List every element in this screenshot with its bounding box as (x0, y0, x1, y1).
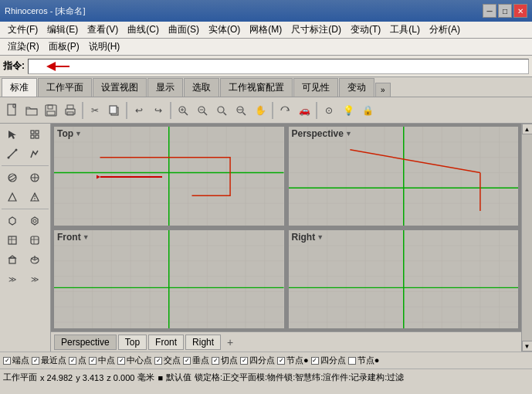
menu-view[interactable]: 查看(V) (83, 22, 123, 38)
snap-perp[interactable]: 垂点 (183, 355, 209, 366)
toolbar-lock[interactable]: 🔒 (358, 101, 377, 120)
menu-surface[interactable]: 曲面(S) (164, 22, 204, 38)
tool-orbit[interactable] (2, 168, 23, 187)
menu-curve[interactable]: 曲线(C) (123, 22, 164, 38)
tab-viewport-config[interactable]: 工作视窗配置 (220, 78, 293, 97)
toolbar-cut[interactable]: ✂ (86, 101, 104, 120)
menu-solid[interactable]: 实体(O) (204, 22, 245, 38)
toolbar-copy[interactable] (105, 101, 124, 120)
viewport-top-dropdown[interactable]: ▼ (75, 130, 82, 138)
snap-near-check[interactable] (32, 357, 39, 365)
toolbar-zoom-in[interactable] (212, 101, 231, 120)
toolbar-zoom-out[interactable] (232, 101, 250, 120)
tool-hex2[interactable] (24, 212, 46, 230)
menu-edit[interactable]: 编辑(E) (42, 22, 83, 38)
snap-quad2[interactable]: 四分点 (311, 355, 346, 366)
tool-select[interactable] (2, 125, 23, 144)
viewport-right-dropdown[interactable]: ▼ (317, 233, 324, 241)
menu-analysis[interactable]: 分析(A) (425, 22, 465, 38)
viewport-perspective[interactable]: Perspective ▼ (287, 125, 520, 227)
tab-standard[interactable]: 标准 (2, 78, 37, 97)
snap-quad2-check[interactable] (311, 357, 319, 365)
snap-knot2[interactable]: 节点● (348, 355, 380, 366)
menu-panel[interactable]: 面板(P) (44, 39, 84, 55)
toolbar-car[interactable]: 🚗 (295, 101, 313, 120)
toolbar-pan[interactable]: ✋ (251, 101, 269, 120)
snap-knot-check[interactable] (277, 357, 285, 365)
toolbar-point[interactable]: ⊙ (320, 101, 338, 120)
tool-solid2[interactable] (24, 250, 46, 269)
tool-select2[interactable] (24, 125, 46, 144)
scroll-up[interactable]: ▲ (522, 124, 533, 134)
tab-more[interactable]: » (375, 83, 391, 97)
menu-dim[interactable]: 尺寸标注(D) (286, 22, 346, 38)
menu-transform[interactable]: 变动(T) (346, 22, 385, 38)
menu-help[interactable]: 说明(H) (84, 39, 125, 55)
viewport-perspective-dropdown[interactable]: ▼ (345, 130, 352, 138)
btab-perspective[interactable]: Perspective (54, 335, 117, 350)
snap-tan[interactable]: 切点 (212, 355, 238, 366)
command-input[interactable] (28, 59, 529, 74)
snap-intersect-check[interactable] (154, 357, 162, 365)
snap-point-check[interactable] (69, 357, 76, 365)
btab-right[interactable]: Right (185, 335, 221, 350)
tool-more2[interactable]: ≫ (24, 270, 46, 288)
snap-perp-check[interactable] (183, 357, 191, 365)
toolbar-print[interactable] (61, 101, 80, 120)
tab-workplane[interactable]: 工作平面 (38, 78, 92, 97)
snap-tan-check[interactable] (212, 357, 219, 365)
right-scrollbar[interactable]: ▲ ▼ (521, 124, 532, 352)
snap-center-check[interactable] (117, 357, 125, 365)
snap-knot2-check[interactable] (348, 357, 356, 365)
snap-quad-check[interactable] (240, 357, 248, 365)
viewport-front-dropdown[interactable]: ▼ (83, 233, 90, 241)
tab-setview[interactable]: 设置视图 (93, 78, 147, 97)
menu-render[interactable]: 渲染(R) (3, 39, 44, 55)
scroll-track[interactable] (522, 134, 533, 341)
maximize-button[interactable]: □ (498, 4, 512, 18)
btab-front[interactable]: Front (148, 335, 184, 350)
tool-orbit2[interactable] (24, 168, 46, 187)
tool-shape1[interactable] (2, 188, 23, 206)
viewport-front[interactable]: Front ▼ (53, 229, 286, 331)
menu-file[interactable]: 文件(F) (3, 22, 42, 38)
tool-hex[interactable] (2, 212, 23, 230)
tool-more1[interactable]: ≫ (2, 270, 23, 288)
tab-display[interactable]: 显示 (147, 78, 183, 97)
btab-add[interactable]: + (222, 335, 238, 350)
viewport-top[interactable]: Top ▼ (53, 125, 286, 227)
snap-mid[interactable]: 中点 (89, 355, 115, 366)
snap-center[interactable]: 中心点 (117, 355, 152, 366)
tab-select[interactable]: 选取 (184, 78, 219, 97)
toolbar-zoom-extents[interactable] (193, 101, 212, 120)
tool-shape2[interactable] (24, 188, 46, 206)
tool-mesh[interactable] (2, 231, 23, 250)
toolbar-light[interactable]: 💡 (339, 101, 357, 120)
snap-near[interactable]: 最近点 (32, 355, 66, 366)
snap-endpoint[interactable]: 端点 (3, 355, 29, 366)
toolbar-undo[interactable]: ↩ (130, 101, 148, 120)
snap-quad[interactable]: 四分点 (240, 355, 275, 366)
toolbar-save[interactable] (42, 101, 60, 120)
tool-draw1[interactable] (2, 144, 23, 163)
toolbar-redo[interactable]: ↪ (149, 101, 168, 120)
viewport-right[interactable]: Right ▼ (287, 229, 520, 331)
tool-draw2[interactable] (24, 144, 46, 163)
tab-visibility[interactable]: 可见性 (293, 78, 338, 97)
snap-point[interactable]: 点 (69, 355, 86, 366)
close-button[interactable]: ✕ (513, 4, 527, 18)
toolbar-rotate[interactable] (276, 101, 294, 120)
tool-solid1[interactable] (2, 250, 23, 269)
snap-mid-check[interactable] (89, 357, 97, 365)
menu-mesh[interactable]: 网格(M) (245, 22, 286, 38)
tool-mesh2[interactable] (24, 231, 46, 250)
toolbar-open[interactable] (22, 101, 41, 120)
toolbar-zoom-window[interactable] (174, 101, 192, 120)
scroll-down[interactable]: ▼ (522, 341, 533, 352)
menu-tools[interactable]: 工具(L) (385, 22, 425, 38)
btab-top[interactable]: Top (118, 335, 147, 350)
tab-transform[interactable]: 变动 (339, 78, 374, 97)
snap-intersect[interactable]: 交点 (154, 355, 181, 366)
minimize-button[interactable]: ─ (483, 4, 496, 18)
snap-knot[interactable]: 节点● (277, 355, 309, 366)
